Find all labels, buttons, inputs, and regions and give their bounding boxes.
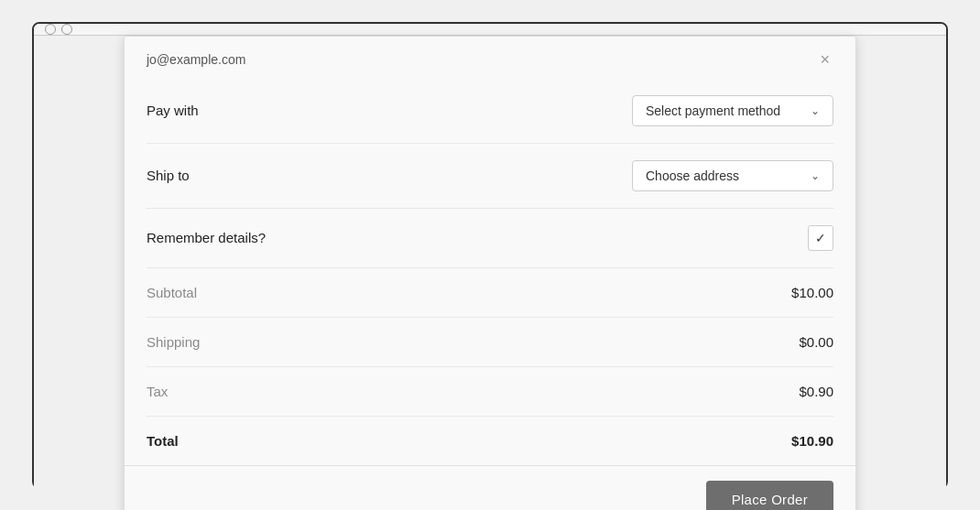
- total-label: Total: [147, 433, 179, 449]
- browser-dot-1: [45, 24, 56, 35]
- remember-label: Remember details?: [147, 230, 266, 245]
- ship-to-label: Ship to: [147, 168, 190, 183]
- modal-header: jo@example.com ×: [125, 37, 855, 79]
- modal: jo@example.com × Pay with Select payment…: [124, 36, 856, 511]
- close-button[interactable]: ×: [816, 51, 833, 68]
- browser-window: jo@example.com × Pay with Select payment…: [32, 22, 948, 489]
- subtotal-label: Subtotal: [147, 285, 197, 300]
- shipping-label: Shipping: [147, 334, 200, 350]
- browser-titlebar: [34, 24, 946, 36]
- ship-to-row: Ship to Choose address ⌄: [147, 144, 833, 209]
- address-label: Choose address: [646, 168, 739, 183]
- browser-content: jo@example.com × Pay with Select payment…: [34, 36, 946, 511]
- subtotal-row: Subtotal $10.00: [147, 268, 833, 318]
- remember-row: Remember details? ✓: [147, 209, 833, 268]
- remember-checkbox[interactable]: ✓: [808, 225, 833, 251]
- address-dropdown[interactable]: Choose address ⌄: [632, 160, 833, 191]
- pay-with-label: Pay with: [147, 103, 199, 118]
- place-order-button[interactable]: Place Order: [706, 481, 833, 511]
- shipping-value: $0.00: [799, 334, 833, 350]
- payment-method-label: Select payment method: [646, 103, 780, 118]
- checkmark-icon: ✓: [815, 231, 826, 245]
- modal-email: jo@example.com: [147, 52, 245, 67]
- modal-body: Pay with Select payment method ⌄ Ship to…: [125, 79, 855, 465]
- chevron-down-icon: ⌄: [811, 169, 820, 182]
- payment-method-dropdown[interactable]: Select payment method ⌄: [632, 95, 833, 126]
- subtotal-value: $10.00: [791, 285, 833, 300]
- tax-row: Tax $0.90: [147, 367, 833, 417]
- chevron-down-icon: ⌄: [811, 104, 820, 117]
- tax-value: $0.90: [799, 384, 833, 399]
- pay-with-row: Pay with Select payment method ⌄: [147, 79, 833, 144]
- total-row: Total $10.90: [147, 417, 833, 465]
- modal-footer: Place Order: [125, 465, 855, 511]
- total-value: $10.90: [791, 433, 833, 449]
- shipping-row: Shipping $0.00: [147, 318, 833, 367]
- tax-label: Tax: [147, 384, 168, 399]
- browser-dot-2: [61, 24, 72, 35]
